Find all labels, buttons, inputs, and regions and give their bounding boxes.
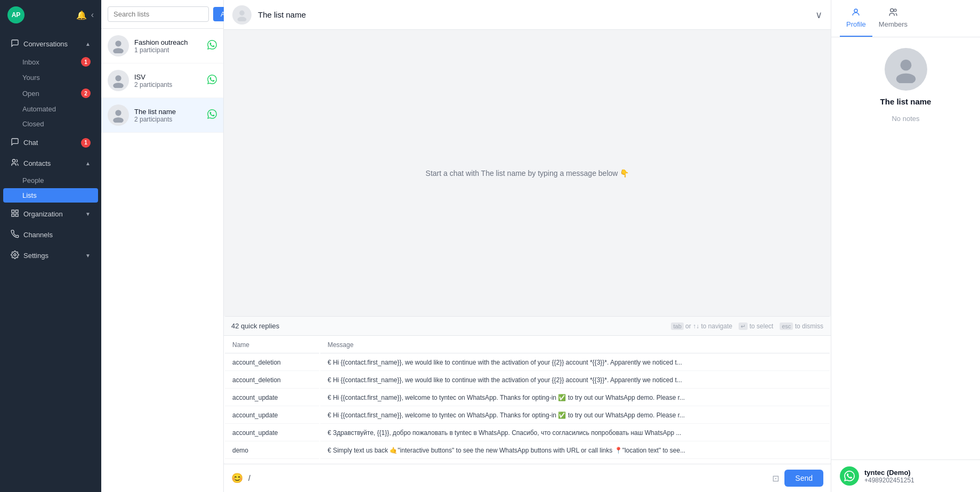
whatsapp-action-icon-thelist[interactable] [207, 109, 217, 121]
thelist-count: 2 participants [134, 116, 202, 123]
chat-messages-area: Start a chat with The list name by typin… [224, 30, 831, 316]
sidebar-item-conversations[interactable]: Conversations ▲ [3, 35, 98, 53]
svg-point-15 [890, 9, 894, 12]
list-item-isv[interactable]: ISV 2 participants [101, 63, 223, 98]
table-row[interactable]: account_update € Здравствуйте, {{1}}, до… [225, 425, 830, 441]
quick-replies-header: 42 quick replies tab or ↑↓ to navigate ↵… [224, 317, 831, 336]
fashion-count: 1 participant [134, 46, 202, 54]
sidebar-item-people[interactable]: People [3, 173, 98, 188]
profile-icon [851, 7, 861, 19]
nav-group-settings: Settings ▼ [0, 246, 101, 265]
right-panel-body: The list name No notes [831, 37, 980, 459]
svg-rect-2 [15, 210, 18, 213]
isv-name: ISV [134, 73, 202, 81]
contacts-icon [11, 158, 19, 168]
svg-point-11 [113, 117, 124, 123]
table-row[interactable]: demo € Simply text us back 🤙"interactive… [225, 442, 830, 459]
sidebar-item-chat[interactable]: Chat 1 [3, 133, 98, 152]
hint-esc: esc to dismiss [780, 322, 823, 330]
sidebar-nav: Conversations ▲ Inbox 1 Yours Open 2 Aut… [0, 30, 101, 492]
emoji-button[interactable]: 😊 [231, 472, 243, 484]
nav-group-conversations: Conversations ▲ Inbox 1 Yours Open 2 Aut… [0, 35, 101, 131]
quick-replies-list: Name Message account_deletion € Hi {{con… [224, 336, 831, 464]
quick-replies-tbody: account_deletion € Hi {{contact.first_na… [225, 354, 830, 464]
isv-avatar [108, 70, 129, 91]
tab-profile[interactable]: Profile [840, 0, 872, 37]
table-row[interactable]: account_update € Hi {{contact.first_name… [225, 390, 830, 406]
yours-label: Yours [22, 74, 40, 82]
table-row[interactable]: account_update € Hi {{contact.first_name… [225, 407, 830, 424]
svg-point-9 [113, 83, 124, 88]
col-message-header: Message [320, 337, 830, 353]
table-row[interactable]: demo_ctabuttons € This is how a Media Me… [225, 460, 830, 464]
sidebar-item-contacts[interactable]: Contacts ▲ [3, 154, 98, 173]
sidebar-item-inbox[interactable]: Inbox 1 [3, 54, 98, 70]
user-avatar[interactable]: AP [7, 6, 25, 23]
sidebar-icons: 🔔 ‹ [76, 10, 94, 20]
chevron-down-icon-org: ▼ [85, 211, 91, 217]
table-row[interactable]: account_deletion € Hi {{contact.first_na… [225, 354, 830, 371]
nav-group-channels: Channels [0, 225, 101, 244]
qr-message-cell: € Simply text us back 🤙"interactive butt… [320, 442, 830, 459]
qr-name-cell: account_update [225, 390, 319, 406]
search-input[interactable] [108, 6, 209, 22]
svg-point-13 [238, 17, 247, 21]
nav-group-organization: Organization ▼ [0, 205, 101, 223]
chevron-left-icon[interactable]: ‹ [91, 10, 94, 20]
sidebar-item-organization[interactable]: Organization ▼ [3, 205, 98, 223]
svg-point-0 [12, 159, 15, 162]
channels-icon [11, 230, 19, 240]
svg-point-7 [113, 48, 124, 53]
svg-point-6 [115, 41, 121, 46]
sidebar-item-settings[interactable]: Settings ▼ [3, 246, 98, 265]
svg-point-8 [115, 75, 121, 81]
lists-header: Add [101, 0, 223, 29]
conversations-icon [11, 39, 19, 49]
quick-replies-count: 42 quick replies [231, 322, 279, 330]
list-item-fashion[interactable]: Fashion outreach 1 participant [101, 29, 223, 63]
members-icon [888, 7, 898, 19]
chat-header-avatar [232, 5, 252, 25]
tab-members[interactable]: Members [872, 0, 914, 37]
sidebar-item-closed[interactable]: Closed [3, 117, 98, 131]
send-button[interactable]: Send [784, 470, 823, 487]
sidebar-item-lists[interactable]: Lists [3, 188, 98, 203]
start-chat-emoji: 👇 [620, 169, 629, 178]
sidebar-item-channels[interactable]: Channels [3, 225, 98, 244]
sidebar: AP 🔔 ‹ Conversations ▲ Inbox 1 [0, 0, 101, 492]
nav-group-contacts: Contacts ▲ People Lists [0, 154, 101, 203]
qr-name-cell: account_deletion [225, 354, 319, 371]
bottom-contact: tyntec (Demo) +4989202451251 [831, 459, 980, 492]
fashion-avatar [108, 35, 129, 57]
notification-icon[interactable]: 🔔 [76, 10, 87, 20]
message-input[interactable] [256, 474, 767, 482]
list-item-thelist[interactable]: The list name 2 participants [101, 98, 223, 133]
whatsapp-action-icon-isv[interactable] [207, 75, 217, 86]
lists-panel: Add Fashion outreach 1 participant [101, 0, 224, 492]
sidebar-item-automated[interactable]: Automated [3, 102, 98, 116]
col-name-header: Name [225, 337, 319, 353]
qr-message-cell: € Hi {{contact.first_name}}, we would li… [320, 354, 830, 371]
sidebar-header: AP 🔔 ‹ [0, 0, 101, 30]
thelist-name: The list name [134, 108, 202, 116]
quick-replies-hints: tab or ↑↓ to navigate ↵ to select esc to… [671, 322, 823, 330]
chat-title: The list name [258, 10, 306, 19]
qr-name-cell: account_update [225, 425, 319, 441]
format-button[interactable]: ⊡ [772, 473, 779, 483]
inbox-label: Inbox [22, 58, 39, 66]
fashion-name: Fashion outreach [134, 38, 202, 46]
chevron-down-header-icon[interactable]: ∨ [815, 9, 822, 21]
table-row[interactable]: account_deletion € Hi {{contact.first_na… [225, 372, 830, 389]
sidebar-item-open[interactable]: Open 2 [3, 85, 98, 101]
whatsapp-action-icon[interactable] [207, 40, 217, 52]
hint-enter: ↵ to select [739, 322, 773, 330]
slash-prefix: / [248, 474, 250, 482]
qr-message-cell: € Hi {{contact.first_name}}, welcome to … [320, 390, 830, 406]
right-panel: Profile Members The list name No notes t… [831, 0, 980, 492]
people-label: People [22, 176, 44, 184]
svg-point-17 [900, 60, 911, 71]
sidebar-item-yours[interactable]: Yours [3, 70, 98, 85]
open-label: Open [22, 90, 39, 98]
chat-header: The list name ∨ [224, 0, 831, 30]
open-badge: 2 [81, 88, 91, 98]
